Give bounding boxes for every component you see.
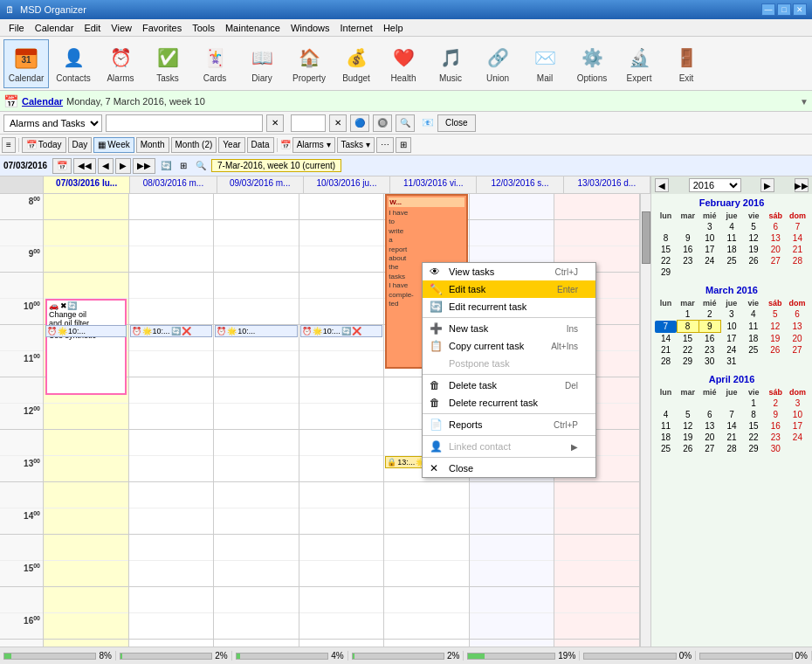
year-next-btn[interactable]: ▶▶ [795, 178, 809, 192]
mar-cell[interactable]: 26 [764, 344, 786, 356]
mar-cell[interactable]: 16 [698, 333, 720, 345]
feb-cell[interactable] [743, 266, 765, 278]
grid-header-day-4[interactable]: 11/03/2016 vi... [390, 176, 477, 193]
day-col-2[interactable]: ⏰🌟10:... [214, 194, 299, 647]
secondary-clear-button[interactable]: ✕ [329, 114, 347, 132]
ctx-copy-task[interactable]: 📋 Copy current task Alt+Ins [423, 337, 595, 355]
apr-cell[interactable]: 26 [677, 443, 698, 454]
feb-cell[interactable] [720, 266, 742, 278]
feb-cell[interactable] [698, 266, 720, 278]
grid-header-day-3[interactable]: 10/03/2016 ju... [304, 176, 390, 193]
apr-cell[interactable]: 6 [698, 409, 720, 420]
feb-cell[interactable]: 25 [720, 255, 742, 266]
alarms-tasks-dropdown[interactable]: Alarms and Tasks [3, 114, 102, 132]
cal-header-name[interactable]: Calendar [22, 96, 63, 107]
apr-cell[interactable]: 16 [765, 420, 787, 432]
apr-cell[interactable]: 20 [698, 432, 720, 443]
apr-cell[interactable]: 23 [765, 432, 787, 443]
mar-cell[interactable]: 17 [720, 333, 742, 345]
menu-windows[interactable]: Windows [286, 21, 335, 35]
day-button[interactable]: Day [68, 137, 93, 153]
mar-cell[interactable]: 31 [720, 356, 742, 367]
apr-cell[interactable]: 7 [720, 409, 742, 420]
apr-cell[interactable]: 13 [698, 420, 720, 432]
filter-clear-button[interactable]: ✕ [266, 114, 284, 132]
feb-cell[interactable] [765, 266, 787, 278]
feb-cell[interactable] [677, 266, 698, 278]
extra-btn[interactable]: ⋯ [376, 137, 394, 153]
feb-cell[interactable]: 13 [765, 232, 787, 244]
feb-cell[interactable]: 9 [677, 232, 698, 244]
ctx-delete-task[interactable]: 🗑 Delete task Del [423, 377, 595, 394]
apr-cell[interactable]: 14 [720, 420, 742, 432]
tool-options[interactable]: ⚙️ Options [569, 39, 615, 88]
mar-cell[interactable]: 23 [698, 344, 720, 356]
feb-cell[interactable]: 8 [655, 232, 677, 244]
small-task-1[interactable]: ⏰🌟10:...🔄❌ [130, 325, 213, 337]
feb-cell[interactable]: 10 [698, 232, 720, 244]
mar-cell[interactable]: 13 [786, 321, 808, 333]
mar-cell[interactable]: 21 [655, 344, 677, 356]
apr-cell[interactable]: 18 [655, 432, 677, 443]
tool-contacts[interactable]: 👤 Contacts [51, 39, 96, 88]
apr-cell[interactable]: 3 [787, 398, 809, 409]
grid-header-day-6[interactable]: 13/03/2016 d... [564, 176, 650, 193]
small-task-0[interactable]: ⏰ 🌟 10:... [45, 325, 127, 337]
mar-cell[interactable]: 18 [742, 333, 764, 345]
feb-cell[interactable]: 11 [720, 232, 742, 244]
mar-cell[interactable]: 27 [786, 344, 808, 356]
mar-cell[interactable]: 24 [720, 344, 742, 356]
mar-cell[interactable]: 3 [720, 308, 742, 321]
day-col-0[interactable]: 🚗 ✖🔄 Change oil and oil filter. Use synt… [44, 194, 129, 647]
apr-cell[interactable]: 11 [655, 420, 677, 432]
feb-cell[interactable]: 18 [720, 244, 742, 255]
year-prev-btn[interactable]: ◀ [655, 178, 669, 192]
feb-cell[interactable]: 26 [743, 255, 765, 266]
mar-cell[interactable]: 6 [786, 308, 808, 321]
next-next-btn[interactable]: ▶▶ [133, 158, 155, 174]
menu-file[interactable]: File [3, 21, 30, 35]
tool-health[interactable]: ❤️ Health [381, 39, 426, 88]
tool-diary[interactable]: 📖 Diary [239, 39, 285, 88]
mar-cell-8[interactable]: 8 [677, 321, 698, 333]
mar-cell[interactable]: 30 [698, 356, 720, 367]
tasks-dropdown-btn[interactable]: Tasks ▾ [337, 137, 375, 153]
menu-edit[interactable]: Edit [79, 21, 106, 35]
mar-cell[interactable]: 4 [742, 308, 764, 321]
small-task-3[interactable]: ⏰🌟10:...🔄❌ [300, 325, 383, 337]
apr-cell[interactable]: 30 [765, 443, 787, 454]
apr-cell[interactable]: 4 [655, 409, 677, 420]
mar-cell[interactable]: 12 [764, 321, 786, 333]
minimize-button[interactable]: — [761, 3, 775, 16]
apr-cell[interactable]: 9 [765, 409, 787, 420]
year-button[interactable]: Year [218, 137, 244, 153]
feb-cell[interactable]: 12 [743, 232, 765, 244]
search-button[interactable]: 🔍 [396, 114, 415, 132]
prev-btn[interactable]: ◀ [98, 158, 114, 174]
mar-cell[interactable]: 14 [655, 333, 677, 345]
ctx-close[interactable]: ✕ Close [423, 460, 595, 477]
prev-prev-btn[interactable]: ◀◀ [73, 158, 96, 174]
feb-cell[interactable]: 20 [765, 244, 787, 255]
ctx-edit-recurrent[interactable]: 🔄 Edit recurrent task [423, 298, 595, 315]
tool-property[interactable]: 🏠 Property [286, 39, 332, 88]
mar-cell[interactable]: 1 [677, 308, 698, 321]
mar-cell[interactable]: 22 [677, 344, 698, 356]
tool-exit[interactable]: 🚪 Exit [664, 39, 709, 88]
menu-maintenance[interactable]: Maintenance [220, 21, 286, 35]
mar-cell[interactable]: 20 [786, 333, 808, 345]
year-fwd-btn[interactable]: ▶ [760, 178, 774, 192]
apr-cell[interactable]: 1 [743, 398, 765, 409]
apr-cell[interactable]: 8 [743, 409, 765, 420]
mar-cell[interactable]: 25 [742, 344, 764, 356]
small-task-2[interactable]: ⏰🌟10:... [215, 325, 298, 337]
filter-button1[interactable]: 🔵 [350, 114, 369, 132]
ctx-edit-task[interactable]: ✏️ Edit task Enter [423, 280, 595, 298]
ctx-view-tasks[interactable]: 👁 View tasks Ctrl+J [423, 263, 595, 280]
data-button[interactable]: Data [247, 137, 274, 153]
tool-expert[interactable]: 🔬 Expert [616, 39, 662, 88]
feb-cell[interactable]: 14 [787, 232, 809, 244]
mar-cell[interactable] [786, 356, 808, 367]
mar-cell-9[interactable]: 9 [698, 321, 720, 333]
next-btn[interactable]: ▶ [115, 158, 131, 174]
